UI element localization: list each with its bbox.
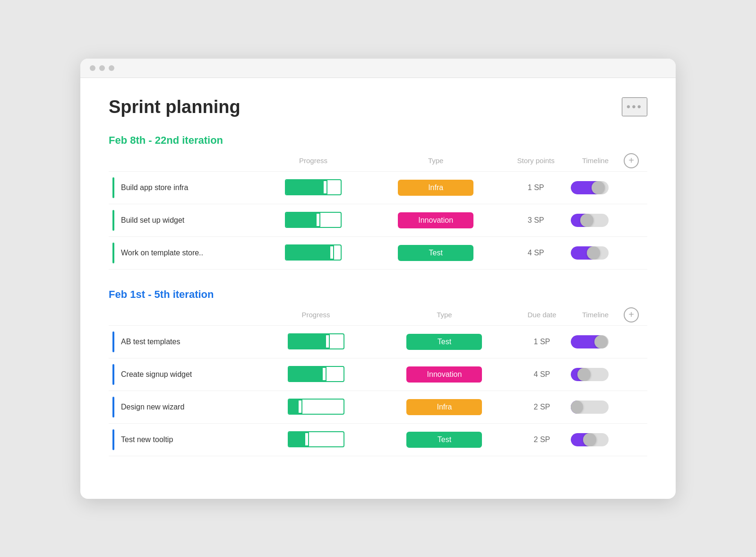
table-row: AB test templatesTest1 SP (109, 325, 647, 358)
col-header-3-2: Timeline (567, 305, 624, 326)
table-row: Test new tooltipTest2 SP (109, 423, 647, 456)
metric-value: 3 SP (505, 204, 567, 236)
metric-value: 2 SP (517, 423, 567, 456)
table-2: ProgressTypeDue dateTimeline+AB test tem… (109, 305, 647, 456)
col-header-1-1: Type (367, 150, 505, 172)
progress-bar[interactable] (285, 244, 342, 261)
col-header-add-1: + (624, 150, 647, 172)
row-action-cell (624, 423, 647, 456)
table-row: Build set up widgetInnovation3 SP (109, 204, 647, 236)
metric-value: 1 SP (517, 325, 567, 358)
metric-value: 1 SP (505, 171, 567, 204)
timeline-knob[interactable] (583, 433, 596, 446)
task-border-indicator (112, 331, 114, 352)
col-header-0-1: Progress (260, 150, 367, 172)
section-title-row-2: Feb 1st - 5th iteration (109, 288, 647, 301)
row-action-cell (624, 325, 647, 358)
task-name-label: Test new tooltip (121, 435, 173, 444)
type-badge: Infra (398, 180, 473, 196)
type-badge: Test (406, 334, 482, 350)
metric-value: 4 SP (505, 236, 567, 269)
section-1: Feb 8th - 22nd iterationProgressTypeStor… (109, 134, 647, 270)
page-title: Sprint planning (109, 97, 241, 117)
task-border-indicator (112, 364, 114, 385)
timeline-slider[interactable] (571, 368, 609, 381)
col-header-1-2: Type (372, 305, 517, 326)
type-badge: Infra (406, 399, 482, 415)
col-header-task-2 (109, 305, 260, 326)
content-area: Sprint planning ••• Feb 8th - 22nd itera… (80, 78, 676, 499)
timeline-slider[interactable] (571, 400, 609, 414)
section-title-1: Feb 8th - 22nd iteration (109, 134, 223, 147)
col-header-task-1 (109, 150, 260, 172)
type-badge: Test (406, 432, 482, 448)
progress-bar[interactable] (288, 431, 344, 447)
type-badge: Innovation (398, 212, 473, 228)
main-window: Sprint planning ••• Feb 8th - 22nd itera… (80, 59, 676, 499)
timeline-slider[interactable] (571, 214, 609, 227)
col-header-3-1: Timeline (567, 150, 624, 172)
timeline-knob[interactable] (592, 181, 605, 194)
add-task-button-1[interactable]: + (624, 153, 639, 168)
task-name-label: Create signup widget (121, 370, 192, 379)
timeline-slider[interactable] (571, 433, 609, 446)
section-2: Feb 1st - 5th iterationProgressTypeDue d… (109, 288, 647, 456)
col-header-0-2: Progress (260, 305, 372, 326)
task-border-indicator (112, 397, 114, 418)
task-name-label: Work on template store.. (121, 249, 203, 257)
col-header-add-2: + (624, 305, 647, 326)
section-title-2: Feb 1st - 5th iteration (109, 288, 214, 301)
row-action-cell (624, 204, 647, 236)
traffic-dot-1 (90, 65, 95, 71)
task-name-label: Build set up widget (121, 216, 184, 225)
timeline-knob[interactable] (577, 368, 591, 381)
table-row: Build app store infraInfra1 SP (109, 171, 647, 204)
add-task-button-2[interactable]: + (624, 307, 639, 322)
timeline-slider[interactable] (571, 246, 609, 260)
timeline-knob[interactable] (571, 400, 583, 414)
row-action-cell (624, 391, 647, 423)
timeline-knob[interactable] (580, 214, 593, 227)
task-border-indicator (112, 429, 114, 450)
row-action-cell (624, 171, 647, 204)
metric-value: 4 SP (517, 358, 567, 391)
progress-bar[interactable] (288, 366, 344, 382)
timeline-knob[interactable] (594, 335, 608, 348)
timeline-slider[interactable] (571, 335, 609, 348)
titlebar (80, 59, 676, 78)
task-border-indicator (112, 243, 114, 263)
task-name-label: Design new wizard (121, 403, 184, 411)
col-header-2-1: Story points (505, 150, 567, 172)
timeline-slider[interactable] (571, 181, 609, 194)
section-title-row-1: Feb 8th - 22nd iteration (109, 134, 647, 147)
task-border-indicator (112, 177, 114, 198)
progress-bar[interactable] (285, 212, 342, 228)
type-badge: Test (398, 245, 473, 261)
timeline-knob[interactable] (587, 246, 600, 260)
table-row: Create signup widgetInnovation4 SP (109, 358, 647, 391)
progress-bar[interactable] (288, 399, 344, 415)
progress-bar[interactable] (285, 179, 342, 195)
more-options-button[interactable]: ••• (622, 97, 647, 116)
traffic-dot-3 (109, 65, 114, 71)
col-header-2-2: Due date (517, 305, 567, 326)
progress-bar[interactable] (288, 333, 344, 349)
task-border-indicator (112, 210, 114, 231)
type-badge: Innovation (406, 366, 482, 383)
table-row: Design new wizardInfra2 SP (109, 391, 647, 423)
page-header: Sprint planning ••• (109, 97, 647, 117)
sections-container: Feb 8th - 22nd iterationProgressTypeStor… (109, 134, 647, 456)
task-name-label: Build app store infra (121, 183, 188, 192)
traffic-dot-2 (99, 65, 105, 71)
task-name-label: AB test templates (121, 338, 180, 346)
metric-value: 2 SP (517, 391, 567, 423)
row-action-cell (624, 236, 647, 269)
table-row: Work on template store..Test4 SP (109, 236, 647, 269)
table-1: ProgressTypeStory pointsTimeline+Build a… (109, 150, 647, 270)
row-action-cell (624, 358, 647, 391)
